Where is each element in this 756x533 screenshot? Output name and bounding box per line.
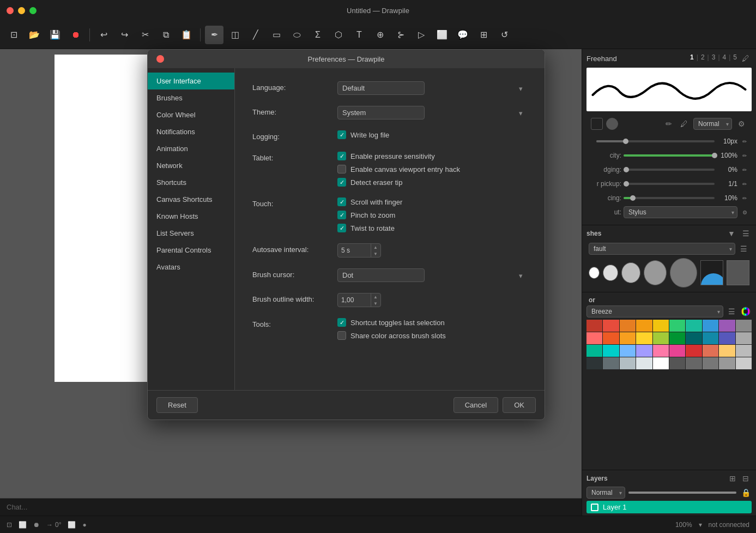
redo-button[interactable]: ↪ [115, 26, 134, 44]
new-document-button[interactable]: ⊡ [4, 26, 23, 44]
nav-parental-controls[interactable]: Parental Controls [148, 242, 234, 259]
color-cell[interactable] [703, 345, 718, 357]
close-window-button[interactable] [7, 7, 14, 14]
brush-tab-4[interactable]: 4 [721, 53, 728, 62]
line-tool-button[interactable]: ╱ [246, 26, 265, 44]
fg-color-square[interactable] [591, 118, 603, 130]
brush-thumb-1[interactable] [589, 267, 600, 279]
brush-outline-down[interactable]: ▼ [371, 300, 380, 307]
transform-button[interactable]: ⊞ [474, 26, 493, 44]
color-cell[interactable] [620, 320, 636, 332]
open-button[interactable]: 📂 [25, 26, 44, 44]
color-cell[interactable] [636, 357, 652, 369]
cancel-button[interactable]: Cancel [453, 397, 498, 413]
pencil-mode-button[interactable]: 🖊 [678, 118, 690, 130]
color-wheel-icon[interactable] [740, 306, 752, 318]
nav-color-wheel[interactable]: Color Wheel [148, 106, 234, 123]
layer-opacity-slider[interactable] [628, 492, 736, 494]
tools-share-color-checkbox[interactable] [337, 331, 346, 340]
undo-button[interactable]: ↩ [94, 26, 113, 44]
color-cell[interactable] [586, 345, 602, 357]
layers-expand-button[interactable]: ⊞ [727, 472, 739, 484]
brushes-expand-button[interactable]: ▼ [725, 227, 737, 239]
record-session-button[interactable]: ⏺ [33, 521, 40, 529]
autosave-up[interactable]: ▲ [371, 244, 380, 250]
color-cell[interactable] [603, 345, 619, 357]
color-cell[interactable] [636, 345, 652, 357]
brush-tab-1[interactable]: 1 [688, 53, 695, 62]
reset-button[interactable]: Reset [156, 397, 198, 413]
opacity-slider[interactable] [624, 154, 715, 157]
color-cell[interactable] [586, 357, 602, 369]
autosave-input[interactable] [338, 245, 371, 256]
color-cell[interactable] [653, 357, 669, 369]
color-cell[interactable] [620, 357, 636, 369]
tablet-pressure-checkbox[interactable] [337, 152, 346, 160]
paste-button[interactable]: 📋 [177, 26, 196, 44]
color-cell[interactable] [703, 332, 718, 344]
layers-blend-select[interactable]: Normal [586, 487, 625, 499]
brush-thumb-4[interactable] [644, 260, 667, 285]
brushes-menu-button[interactable]: ☰ [740, 227, 752, 239]
color-cell[interactable] [653, 345, 669, 357]
bezier-tool-button[interactable]: ⬡ [329, 26, 348, 44]
color-cell[interactable] [603, 357, 619, 369]
nav-user-interface[interactable]: User Interface [148, 73, 234, 89]
colorpickup-slider[interactable] [624, 183, 715, 185]
color-cell[interactable] [686, 357, 701, 369]
brush-thumb-5[interactable] [670, 258, 697, 288]
color-cell[interactable] [736, 332, 752, 344]
input-type-select[interactable]: Stylus [624, 206, 737, 218]
color-cell[interactable] [719, 320, 735, 332]
color-cell[interactable] [653, 332, 669, 344]
color-cell[interactable] [686, 320, 701, 332]
touch-scroll-checkbox[interactable] [337, 197, 346, 206]
nav-network[interactable]: Network [148, 157, 234, 174]
blend-mode-settings-button[interactable]: ⚙ [735, 118, 747, 130]
color-cell[interactable] [620, 332, 636, 344]
input-edit-button[interactable]: ⚙ [740, 207, 749, 217]
color-cell[interactable] [686, 345, 701, 357]
nav-avatars[interactable]: Avatars [148, 259, 234, 276]
record-button[interactable]: ⏺ [66, 26, 85, 44]
brush-outline-up[interactable]: ▲ [371, 294, 380, 300]
brush-thumb-gray[interactable] [727, 260, 749, 285]
color-cell[interactable] [636, 320, 652, 332]
move-tool-button[interactable]: ▷ [412, 26, 431, 44]
smudging-slider[interactable] [624, 169, 715, 171]
color-cell[interactable] [620, 345, 636, 357]
color-cell[interactable] [719, 345, 735, 357]
touch-pinch-checkbox[interactable] [337, 211, 346, 219]
flip-button[interactable]: ⬜ [68, 521, 76, 529]
tablet-viewport-checkbox[interactable] [337, 165, 346, 173]
ellipse-tool-button[interactable]: ⬭ [288, 26, 306, 44]
smudging-edit-button[interactable]: ✏ [740, 165, 749, 175]
color-cell[interactable] [603, 320, 619, 332]
color-cell[interactable] [653, 320, 669, 332]
ok-button[interactable]: OK [503, 397, 536, 413]
size-edit-button[interactable]: ✏ [740, 136, 749, 146]
opacity-edit-button[interactable]: ✏ [740, 151, 749, 160]
host-session-button[interactable]: ⊡ [7, 521, 12, 529]
nav-brushes[interactable]: Brushes [148, 89, 234, 106]
palette-list-button[interactable]: ☰ [725, 306, 737, 318]
copy-button[interactable]: ⧉ [156, 26, 175, 44]
nav-animation[interactable]: Animation [148, 140, 234, 157]
freehand-tool-button[interactable]: ✒ [205, 26, 223, 44]
palette-select[interactable]: Breeze [586, 306, 723, 318]
rotate-button-status[interactable]: ● [82, 521, 86, 529]
brush-thumb-2[interactable] [603, 265, 618, 281]
color-cell[interactable] [669, 345, 685, 357]
color-cell[interactable] [669, 320, 685, 332]
tablet-eraser-checkbox[interactable] [337, 178, 346, 187]
blend-mode-select[interactable]: Normal [693, 118, 732, 130]
theme-select[interactable]: System [337, 106, 425, 119]
nav-notifications[interactable]: Notifications [148, 123, 234, 140]
brush-tab-5[interactable]: 5 [731, 53, 739, 62]
spacing-slider[interactable] [624, 197, 715, 199]
color-cell[interactable] [636, 332, 652, 344]
nav-shortcuts[interactable]: Shortcuts [148, 174, 234, 191]
save-button[interactable]: 💾 [46, 26, 64, 44]
color-cell[interactable] [703, 357, 718, 369]
colorpicker-tool-button[interactable]: ⊕ [371, 26, 389, 44]
